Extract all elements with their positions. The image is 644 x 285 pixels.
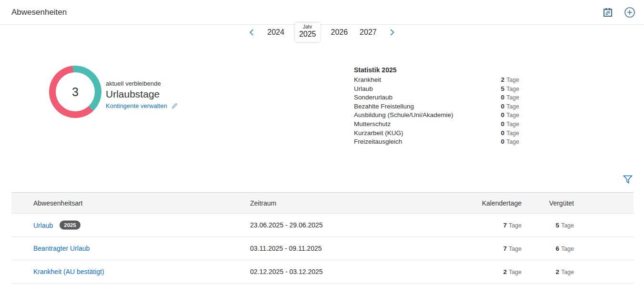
page-title: Abwesenheiten [11,8,67,17]
year-option-2024[interactable]: 2024 [266,28,286,37]
stat-row-bezahlte-freistellung: Bezahlte Freistellung 0 Tage [354,102,519,111]
column-header-type: Abwesenheitsart [33,199,83,207]
year-option-2026[interactable]: 2026 [330,28,350,37]
column-header-period: Zeitraum [250,199,276,207]
stat-row-freizeitausgleich: Freizeitausgleich 0 Tage [354,138,519,147]
summary-title: Urlaubstage [106,88,178,100]
column-header-paid: Vergütet [549,199,574,207]
year-option-selected[interactable]: Jahr 2025 [295,23,321,42]
vacation-summary: aktuell verbleibende Urlaubstage Konting… [106,79,178,109]
column-header-calendar-days: Kalendertage [482,199,522,207]
year-selected-value: 2025 [299,30,316,39]
vacation-donut-center: 3 [56,72,95,111]
absence-type-link[interactable]: Urlaub [33,221,53,229]
table-row[interactable]: Beantragter Urlaub 03.11.2025 - 09.11.20… [11,237,634,260]
remaining-days-value: 3 [72,85,79,99]
table-header-row: Abwesenheitsart Zeitraum Kalendertage Ve… [11,192,634,214]
statistics-title: Statistik 2025 [354,66,519,74]
stat-row-krankheit: Krankheit 2 Tage [354,76,519,85]
table-row[interactable]: Krankheit (AU bestätigt) 02.12.2025 - 03… [11,260,634,284]
absence-type-link[interactable]: Krankheit (AU bestätigt) [33,268,104,275]
year-navigation: 2024 Jahr 2025 2026 2027 [246,21,397,44]
year-selected-label: Jahr [303,24,312,30]
statistics-panel: Statistik 2025 Krankheit 2 Tage Urlaub 5… [354,66,519,147]
filter-icon[interactable] [621,173,634,186]
year-badge: 2025 [60,221,80,230]
stat-row-kurzarbeit: Kurzarbeit (KUG) 0 Tage [354,129,519,138]
table-row[interactable]: Urlaub 2025 23.06.2025 - 29.06.2025 7 Ta… [11,214,634,237]
stat-row-urlaub: Urlaub 5 Tage [354,85,519,94]
absence-period: 02.12.2025 - 03.12.2025 [250,268,323,275]
previous-year-chevron-icon[interactable] [246,27,257,38]
absence-calendar-icon[interactable] [601,6,614,19]
absences-page: Abwesenheiten [0,0,644,285]
header-actions [601,6,636,19]
next-year-chevron-icon[interactable] [387,27,398,38]
absence-type-link[interactable]: Beantragter Urlaub [33,245,90,252]
absence-period: 03.11.2025 - 09.11.2025 [250,245,322,252]
manage-quotas-link[interactable]: Kontingente verwalten [106,102,167,109]
stat-row-sonderurlaub: Sonderurlaub 0 Tage [354,93,519,102]
summary-caption: aktuell verbleibende [106,79,178,88]
absence-period: 23.06.2025 - 29.06.2025 [250,221,323,229]
edit-pencil-icon[interactable] [171,102,178,109]
stat-row-ausbildung: Ausbildung (Schule/Uni/Akademie) 0 Tage [354,111,519,120]
year-option-2027[interactable]: 2027 [358,28,378,37]
stat-row-mutterschutz: Mutterschutz 0 Tage [354,120,519,129]
absences-table: Abwesenheitsart Zeitraum Kalendertage Ve… [11,192,634,284]
vacation-donut: 3 [49,66,101,118]
add-icon[interactable] [623,6,636,19]
